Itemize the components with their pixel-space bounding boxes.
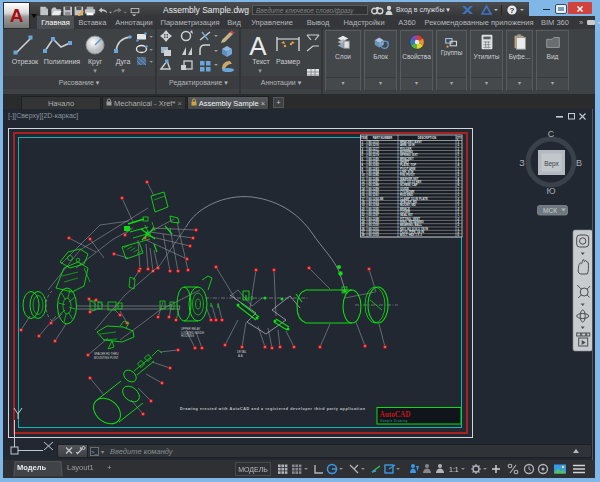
svg-text:Ю: Ю [546, 186, 555, 196]
svg-text:1:1: 1:1 [449, 466, 459, 473]
svg-text:28: 28 [362, 233, 366, 237]
svg-text:Sample Drawing: Sample Drawing [380, 419, 408, 423]
svg-text:A: A [10, 5, 24, 26]
svg-text:МСК: МСК [543, 207, 557, 214]
svg-text:A: A [249, 31, 267, 61]
svg-text:MOUNTING POINT: MOUNTING POINT [94, 356, 119, 360]
svg-text:Верх: Верх [544, 160, 559, 168]
svg-text:З: З [519, 158, 524, 168]
svg-text:A-A: A-A [238, 354, 243, 358]
svg-text:60-1303: 60-1303 [369, 233, 380, 237]
svg-text:В: В [576, 158, 582, 168]
svg-text:С: С [548, 129, 555, 139]
svg-text:[-][Сверху][2D-каркас]: [-][Сверху][2D-каркас] [8, 112, 78, 120]
svg-text:HOUSING: HOUSING [181, 334, 194, 338]
svg-text:BOLT, HEX 1 X 3: BOLT, HEX 1 X 3 [400, 233, 422, 237]
svg-text:Drawing erected with AutoCAD a: Drawing erected with AutoCAD and a regis… [180, 407, 366, 411]
svg-text:AutoCAD: AutoCAD [380, 409, 411, 419]
svg-text:?: ? [510, 6, 515, 15]
